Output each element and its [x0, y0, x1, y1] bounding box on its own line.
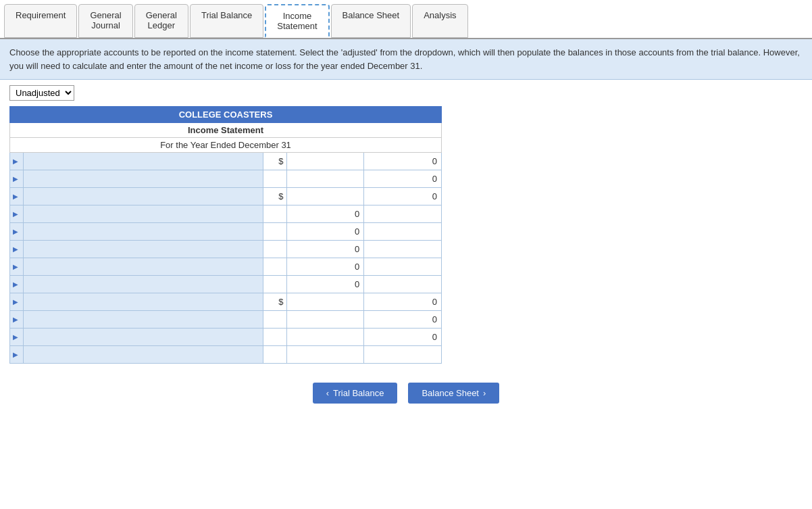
period-dropdown[interactable]: Unadjusted Adjusted — [9, 85, 74, 101]
account-label[interactable] — [23, 258, 263, 276]
dollar-sign — [263, 346, 286, 364]
mid-amount[interactable] — [286, 293, 364, 311]
account-input[interactable] — [26, 332, 261, 342]
prev-arrow-icon: ‹ — [326, 388, 329, 398]
account-label[interactable] — [23, 329, 263, 346]
prev-button[interactable]: ‹ Trial Balance — [313, 383, 398, 404]
row-arrow: ▶ — [10, 276, 24, 293]
right-amount[interactable] — [364, 205, 442, 223]
next-arrow-icon: › — [483, 388, 486, 398]
row-arrow: ▶ — [10, 311, 24, 329]
account-label[interactable] — [23, 170, 263, 188]
account-input[interactable] — [26, 174, 261, 184]
tab-requirement[interactable]: Requirement — [4, 4, 77, 38]
right-amount[interactable]: 0 — [364, 170, 442, 188]
mid-input[interactable] — [290, 297, 360, 307]
mid-amount[interactable] — [286, 188, 364, 205]
tab-analysis[interactable]: Analysis — [412, 4, 467, 38]
mid-amount[interactable] — [286, 346, 364, 364]
mid-input[interactable] — [290, 191, 360, 201]
dollar-sign: $ — [263, 293, 286, 311]
right-amount[interactable] — [364, 223, 442, 241]
account-input[interactable] — [26, 349, 261, 360]
right-amount[interactable]: 0 — [364, 188, 442, 205]
account-input[interactable] — [26, 156, 261, 166]
row-arrow: ▶ — [10, 293, 24, 311]
dollar-sign — [263, 241, 286, 258]
mid-amount[interactable] — [286, 329, 364, 346]
account-label[interactable] — [23, 188, 263, 205]
right-amount[interactable] — [364, 276, 442, 293]
next-button[interactable]: Balance Sheet › — [408, 383, 499, 404]
mid-input[interactable] — [290, 332, 360, 342]
dropdown-row: Unadjusted Adjusted — [0, 80, 812, 106]
table-row: ▶ 0 — [10, 241, 442, 258]
tab-trial-balance[interactable]: Trial Balance — [190, 4, 263, 38]
row-arrow: ▶ — [10, 170, 24, 188]
mid-amount[interactable] — [286, 153, 364, 170]
company-row: COLLEGE COASTERS — [10, 107, 442, 123]
mid-input[interactable] — [290, 156, 360, 166]
mid-input[interactable] — [290, 349, 360, 360]
right-amount[interactable]: 0 — [364, 293, 442, 311]
right-amount[interactable] — [364, 258, 442, 276]
dollar-sign — [263, 258, 286, 276]
row-arrow: ▶ — [10, 153, 24, 170]
prev-label: Trial Balance — [333, 388, 384, 398]
mid-input[interactable] — [290, 174, 360, 184]
right-amount[interactable]: 0 — [364, 153, 442, 170]
right-amount[interactable] — [364, 241, 442, 258]
account-label[interactable] — [23, 205, 263, 223]
mid-amount[interactable] — [286, 170, 364, 188]
account-input[interactable] — [26, 226, 261, 237]
mid-amount[interactable]: 0 — [286, 258, 364, 276]
right-amount[interactable] — [364, 346, 442, 364]
row-arrow: ▶ — [10, 241, 24, 258]
mid-amount[interactable]: 0 — [286, 205, 364, 223]
account-label[interactable] — [23, 276, 263, 293]
mid-amount[interactable]: 0 — [286, 241, 364, 258]
mid-input[interactable] — [290, 314, 360, 324]
row-arrow: ▶ — [10, 346, 24, 364]
account-input[interactable] — [26, 279, 261, 289]
table-row: ▶ 0 — [10, 329, 442, 346]
account-input[interactable] — [26, 244, 261, 254]
right-amount[interactable]: 0 — [364, 311, 442, 329]
tab-general-journal[interactable]: GeneralJournal — [78, 4, 132, 38]
company-name: COLLEGE COASTERS — [10, 107, 442, 123]
mid-amount[interactable] — [286, 311, 364, 329]
next-label: Balance Sheet — [422, 388, 479, 398]
account-label[interactable] — [23, 346, 263, 364]
account-label[interactable] — [23, 223, 263, 241]
table-row: ▶ — [10, 346, 442, 364]
table-row: ▶ 0 — [10, 170, 442, 188]
dollar-sign — [263, 223, 286, 241]
table-row: ▶ $ 0 — [10, 153, 442, 170]
row-arrow: ▶ — [10, 188, 24, 205]
tab-general-ledger[interactable]: GeneralLedger — [134, 4, 188, 38]
dollar-sign — [263, 170, 286, 188]
period-row: For the Year Ended December 31 — [10, 138, 442, 153]
account-input[interactable] — [26, 262, 261, 272]
info-box: Choose the appropriate accounts to be re… — [0, 39, 812, 80]
table-row: ▶ 0 — [10, 276, 442, 293]
tab-balance-sheet[interactable]: Balance Sheet — [331, 4, 411, 38]
table-row: ▶ 0 — [10, 205, 442, 223]
row-arrow: ▶ — [10, 329, 24, 346]
row-arrow: ▶ — [10, 258, 24, 276]
account-label[interactable] — [23, 311, 263, 329]
right-amount[interactable]: 0 — [364, 329, 442, 346]
dollar-sign — [263, 276, 286, 293]
account-input[interactable] — [26, 209, 261, 219]
account-label[interactable] — [23, 153, 263, 170]
mid-amount[interactable]: 0 — [286, 223, 364, 241]
account-label[interactable] — [23, 241, 263, 258]
account-input[interactable] — [26, 297, 261, 307]
account-label[interactable] — [23, 293, 263, 311]
mid-amount[interactable]: 0 — [286, 276, 364, 293]
table-row: ▶ 0 — [10, 223, 442, 241]
account-input[interactable] — [26, 191, 261, 201]
table-container: COLLEGE COASTERS Income Statement For th… — [0, 106, 812, 373]
tab-income-statement[interactable]: IncomeStatement — [265, 4, 329, 38]
account-input[interactable] — [26, 314, 261, 324]
